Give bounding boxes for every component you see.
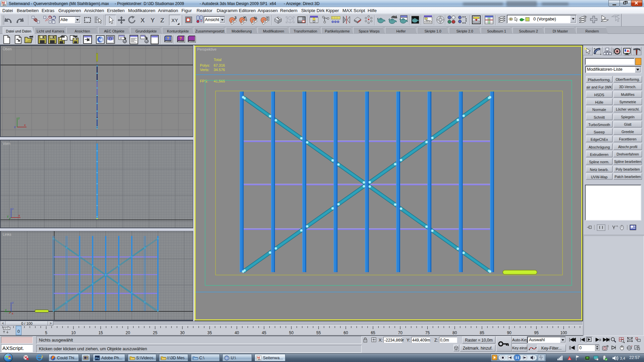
svg-text:41,565: 41,565 <box>214 79 225 83</box>
svg-text:y: y <box>7 215 9 218</box>
svg-text:x: x <box>24 123 26 127</box>
svg-text:3DS: 3DS <box>258 359 261 360</box>
svg-text:Ps: Ps <box>96 357 99 360</box>
svg-text:45: 45 <box>262 330 267 335</box>
svg-text:100: 100 <box>560 330 567 335</box>
svg-text:3: 3 <box>234 16 236 20</box>
svg-text:FPS:: FPS: <box>200 79 208 83</box>
svg-text:85: 85 <box>480 330 484 335</box>
svg-text:x: x <box>12 312 13 315</box>
svg-text:z: z <box>12 301 14 304</box>
svg-text:10: 10 <box>71 330 76 335</box>
svg-text:15: 15 <box>98 330 103 335</box>
svg-text:55: 55 <box>316 330 321 335</box>
svg-text:y: y <box>5 308 7 311</box>
svg-text:Total: Total <box>214 58 221 62</box>
svg-text:M: M <box>99 37 103 42</box>
svg-text:80: 80 <box>452 330 457 335</box>
svg-text:25: 25 <box>153 330 158 335</box>
svg-text:67.316: 67.316 <box>214 63 225 67</box>
svg-text:x: x <box>18 214 20 217</box>
svg-text:50: 50 <box>289 330 294 335</box>
svg-text:Polys:: Polys: <box>200 63 210 67</box>
svg-text:Oben: Oben <box>3 47 12 51</box>
svg-text:35: 35 <box>207 330 212 335</box>
svg-text:5: 5 <box>45 330 47 335</box>
svg-text:3DS: 3DS <box>2 4 6 6</box>
svg-text:90: 90 <box>507 330 512 335</box>
svg-text:y: y <box>18 116 20 120</box>
svg-text:40: 40 <box>234 330 239 335</box>
svg-text:3,4: 3,4 <box>620 356 626 360</box>
svg-text:?: ? <box>179 36 182 41</box>
svg-text:65: 65 <box>371 330 375 335</box>
svg-text:30: 30 <box>180 330 185 335</box>
svg-text:34.576: 34.576 <box>214 68 225 72</box>
svg-text:Vorn: Vorn <box>3 141 10 145</box>
svg-text:60: 60 <box>343 330 348 335</box>
svg-text:Perspektive: Perspektive <box>197 47 216 51</box>
svg-text:z: z <box>12 207 14 210</box>
svg-text:z: z <box>14 125 16 129</box>
svg-text:?: ? <box>167 36 169 41</box>
svg-text:75: 75 <box>425 330 430 335</box>
svg-text:%: % <box>254 16 257 20</box>
svg-text:70: 70 <box>398 330 403 335</box>
svg-text:20: 20 <box>126 330 130 335</box>
svg-text:Links: Links <box>3 232 11 236</box>
svg-text:95: 95 <box>534 330 539 335</box>
svg-text:Verts:: Verts: <box>200 68 209 72</box>
